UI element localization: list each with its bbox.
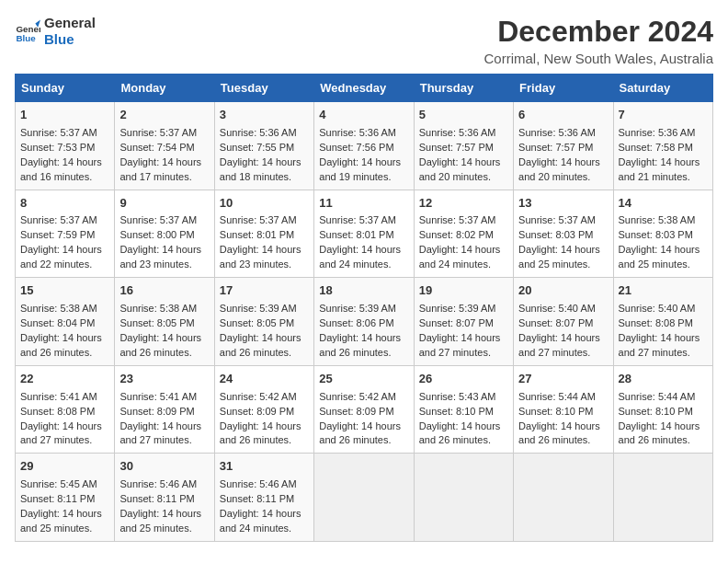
calendar-cell: 14Sunrise: 5:38 AMSunset: 8:03 PMDayligh…: [613, 190, 712, 278]
sunrise-label: Sunrise: 5:37 AM: [319, 214, 396, 225]
sunset-label: Sunset: 8:07 PM: [518, 317, 593, 328]
title-area: December 2024 Corrimal, New South Wales,…: [483, 15, 713, 66]
daylight-label: Daylight: 14 hours and 26 minutes.: [419, 420, 501, 446]
day-number: 20: [518, 282, 608, 300]
day-number: 25: [319, 371, 408, 388]
daylight-label: Daylight: 14 hours and 18 minutes.: [220, 156, 301, 182]
sunset-label: Sunset: 8:10 PM: [518, 406, 593, 417]
daylight-label: Daylight: 14 hours and 26 minutes.: [518, 420, 600, 446]
header-cell-thursday: Thursday: [414, 75, 513, 102]
sunset-label: Sunset: 8:09 PM: [319, 406, 393, 417]
week-row-1: 1Sunrise: 5:37 AMSunset: 7:53 PMDaylight…: [16, 102, 713, 190]
calendar-cell: 7Sunrise: 5:36 AMSunset: 7:58 PMDaylight…: [613, 102, 712, 190]
day-number: 28: [619, 371, 708, 388]
calendar-cell: 21Sunrise: 5:40 AMSunset: 8:08 PMDayligh…: [613, 278, 712, 366]
day-number: 1: [20, 107, 109, 124]
header-cell-friday: Friday: [514, 75, 613, 102]
day-number: 9: [119, 195, 209, 213]
sunrise-label: Sunrise: 5:40 AM: [518, 303, 596, 314]
day-number: 18: [319, 282, 408, 300]
sunset-label: Sunset: 8:01 PM: [319, 229, 393, 240]
day-number: 30: [119, 458, 209, 476]
sunset-label: Sunset: 8:08 PM: [619, 317, 693, 328]
daylight-label: Daylight: 14 hours and 24 minutes.: [419, 244, 501, 270]
daylight-label: Daylight: 14 hours and 25 minutes.: [119, 508, 201, 534]
calendar-cell: [414, 454, 513, 542]
sunrise-label: Sunrise: 5:41 AM: [119, 391, 197, 402]
day-number: 17: [220, 282, 309, 300]
subtitle: Corrimal, New South Wales, Australia: [483, 51, 713, 66]
calendar-cell: 15Sunrise: 5:38 AMSunset: 8:04 PMDayligh…: [16, 278, 115, 366]
sunrise-label: Sunrise: 5:46 AM: [119, 478, 197, 489]
day-number: 8: [20, 195, 109, 213]
day-number: 19: [419, 282, 508, 300]
calendar-cell: 26Sunrise: 5:43 AMSunset: 8:10 PMDayligh…: [414, 365, 513, 454]
sunset-label: Sunset: 8:07 PM: [419, 317, 494, 328]
sunset-label: Sunset: 7:54 PM: [119, 142, 194, 153]
sunset-label: Sunset: 8:03 PM: [518, 229, 593, 240]
daylight-label: Daylight: 14 hours and 27 minutes.: [518, 332, 600, 358]
calendar-cell: 12Sunrise: 5:37 AMSunset: 8:02 PMDayligh…: [414, 190, 513, 278]
sunrise-label: Sunrise: 5:37 AM: [20, 214, 97, 225]
daylight-label: Daylight: 14 hours and 26 minutes.: [619, 420, 700, 446]
sunrise-label: Sunrise: 5:39 AM: [319, 303, 396, 314]
day-number: 7: [619, 107, 708, 124]
day-number: 10: [220, 195, 309, 213]
header-cell-saturday: Saturday: [613, 75, 712, 102]
sunset-label: Sunset: 8:09 PM: [220, 406, 294, 417]
header-cell-monday: Monday: [115, 75, 214, 102]
calendar-cell: 19Sunrise: 5:39 AMSunset: 8:07 PMDayligh…: [414, 278, 513, 366]
sunset-label: Sunset: 8:04 PM: [20, 317, 95, 328]
sunset-label: Sunset: 8:10 PM: [619, 406, 693, 417]
calendar-cell: 25Sunrise: 5:42 AMSunset: 8:09 PMDayligh…: [314, 365, 414, 454]
calendar-cell: 27Sunrise: 5:44 AMSunset: 8:10 PMDayligh…: [514, 365, 613, 454]
calendar-cell: 10Sunrise: 5:37 AMSunset: 8:01 PMDayligh…: [214, 190, 313, 278]
sunset-label: Sunset: 7:57 PM: [419, 142, 494, 153]
calendar-cell: 20Sunrise: 5:40 AMSunset: 8:07 PMDayligh…: [514, 278, 613, 366]
week-row-2: 8Sunrise: 5:37 AMSunset: 7:59 PMDaylight…: [16, 190, 713, 278]
calendar-cell: 28Sunrise: 5:44 AMSunset: 8:10 PMDayligh…: [613, 365, 712, 454]
daylight-label: Daylight: 14 hours and 27 minutes.: [119, 420, 201, 446]
sunrise-label: Sunrise: 5:42 AM: [319, 391, 396, 402]
header-row: SundayMondayTuesdayWednesdayThursdayFrid…: [16, 75, 713, 102]
day-number: 14: [619, 195, 708, 213]
header-cell-wednesday: Wednesday: [314, 75, 414, 102]
sunset-label: Sunset: 8:10 PM: [419, 406, 494, 417]
day-number: 23: [119, 371, 209, 388]
daylight-label: Daylight: 14 hours and 20 minutes.: [518, 156, 600, 182]
sunrise-label: Sunrise: 5:44 AM: [518, 391, 596, 402]
calendar-cell: 9Sunrise: 5:37 AMSunset: 8:00 PMDaylight…: [115, 190, 214, 278]
daylight-label: Daylight: 14 hours and 25 minutes.: [20, 508, 102, 534]
day-number: 4: [319, 107, 408, 124]
daylight-label: Daylight: 14 hours and 16 minutes.: [20, 156, 102, 182]
day-number: 6: [518, 107, 608, 124]
calendar-cell: 13Sunrise: 5:37 AMSunset: 8:03 PMDayligh…: [514, 190, 613, 278]
daylight-label: Daylight: 14 hours and 20 minutes.: [419, 156, 501, 182]
sunrise-label: Sunrise: 5:44 AM: [619, 391, 696, 402]
sunset-label: Sunset: 8:08 PM: [20, 406, 95, 417]
day-number: 12: [419, 195, 508, 213]
calendar-cell: 29Sunrise: 5:45 AMSunset: 8:11 PMDayligh…: [16, 454, 115, 542]
sunset-label: Sunset: 8:05 PM: [119, 317, 194, 328]
header-cell-sunday: Sunday: [16, 75, 115, 102]
sunrise-label: Sunrise: 5:37 AM: [20, 127, 97, 138]
daylight-label: Daylight: 14 hours and 23 minutes.: [119, 244, 201, 270]
day-number: 11: [319, 195, 408, 213]
sunrise-label: Sunrise: 5:36 AM: [619, 127, 696, 138]
week-row-3: 15Sunrise: 5:38 AMSunset: 8:04 PMDayligh…: [16, 278, 713, 366]
calendar-cell: 22Sunrise: 5:41 AMSunset: 8:08 PMDayligh…: [16, 365, 115, 454]
day-number: 31: [220, 458, 309, 476]
daylight-label: Daylight: 14 hours and 26 minutes.: [319, 420, 401, 446]
daylight-label: Daylight: 14 hours and 24 minutes.: [319, 244, 401, 270]
sunrise-label: Sunrise: 5:37 AM: [220, 214, 297, 225]
daylight-label: Daylight: 14 hours and 26 minutes.: [220, 332, 301, 358]
sunset-label: Sunset: 7:55 PM: [220, 142, 294, 153]
calendar-cell: 3Sunrise: 5:36 AMSunset: 7:55 PMDaylight…: [214, 102, 313, 190]
sunset-label: Sunset: 8:06 PM: [319, 317, 393, 328]
sunrise-label: Sunrise: 5:43 AM: [419, 391, 496, 402]
daylight-label: Daylight: 14 hours and 26 minutes.: [220, 420, 301, 446]
day-number: 27: [518, 371, 608, 388]
day-number: 3: [220, 107, 309, 124]
day-number: 5: [419, 107, 508, 124]
day-number: 13: [518, 195, 608, 213]
